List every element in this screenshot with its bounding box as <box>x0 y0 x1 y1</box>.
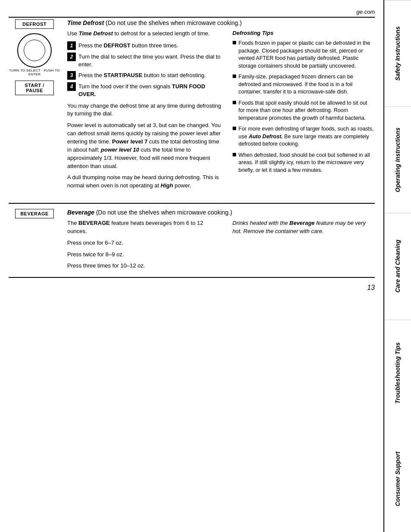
beverage-col-right: Drinks heated with the Beverage feature … <box>233 219 375 274</box>
sidebar-item-operating[interactable]: Operating Instructions <box>384 106 411 213</box>
tips-title: Defrosting Tips <box>233 30 375 36</box>
tip-1: Foods frozen in paper or plastic can be … <box>233 40 375 70</box>
defrost-two-col: Use Time Defrost to defrost for a select… <box>67 30 375 193</box>
tip-4: For more even defrosting of larger foods… <box>233 125 375 148</box>
beverage-note: Drinks heated with the Beverage feature … <box>233 219 375 236</box>
step-text-3: Press the START/PAUSE button to start de… <box>78 71 206 79</box>
dial-graphic <box>17 33 52 68</box>
tip-bullet-3 <box>233 101 236 104</box>
beverage-right-content: Beverage (Do not use the shelves when mi… <box>67 209 375 274</box>
steps-list: 1 Press the DEFROST button three times. … <box>67 41 224 99</box>
step-num-2: 2 <box>67 53 76 61</box>
step-4: 4 Turn the food over if the oven signals… <box>67 82 224 98</box>
beverage-press2: Press twice for 8–9 oz. <box>67 251 224 259</box>
tip-bullet-2 <box>233 75 236 78</box>
step-1: 1 Press the DEFROST button three times. <box>67 41 224 50</box>
defrost-col-right: Defrosting Tips Foods frozen in paper or… <box>233 30 375 193</box>
beverage-press1: Press once for 6–7 oz. <box>67 239 224 247</box>
defrost-para1: You may change the defrost time at any t… <box>67 102 224 118</box>
main-content: ge.com DEFROST TURN TO SELECT · PUSH TO … <box>0 0 384 532</box>
page-header: ge.com <box>9 9 375 18</box>
page-footer: 13 <box>9 282 375 292</box>
tip-text-3: Foods that spoil easily should not be al… <box>239 100 375 122</box>
sidebar-item-consumer[interactable]: Consumer Support <box>384 426 411 532</box>
right-sidebar: Safety Instructions Operating Instructio… <box>384 0 411 532</box>
beverage-title-bold: Beverage <box>67 209 94 216</box>
defrost-button[interactable]: DEFROST <box>15 19 54 29</box>
sidebar-label-operating: Operating Instructions <box>394 128 401 192</box>
sidebar-label-troubleshooting: Troubleshooting Tips <box>394 342 401 404</box>
sidebar-label-care: Care and Cleaning <box>394 240 401 293</box>
step-text-1: Press the DEFROST button three times. <box>78 41 178 50</box>
tip-text-4: For more even defrosting of larger foods… <box>239 125 375 148</box>
tip-bullet-1 <box>233 41 236 44</box>
beverage-intro: The BEVERAGE feature heats beverages fro… <box>67 219 224 236</box>
tip-bullet-5 <box>233 153 236 156</box>
defrost-title: Time Defrost (Do not use the shelves whe… <box>67 19 375 26</box>
dial-label: TURN TO SELECT · PUSH TO ENTER <box>9 68 60 76</box>
dial-inner <box>24 40 45 61</box>
tip-text-5: When defrosted, food should be cool but … <box>239 152 375 174</box>
tip-3: Foods that spoil easily should not be al… <box>233 100 375 122</box>
sidebar-label-consumer: Consumer Support <box>394 452 401 507</box>
left-controls: DEFROST TURN TO SELECT · PUSH TO ENTER S… <box>9 19 60 193</box>
section-divider <box>9 203 375 204</box>
defrost-para2: Power level is automatically set at 3, b… <box>67 121 224 170</box>
step-num-3: 3 <box>67 71 76 80</box>
tip-text-1: Foods frozen in paper or plastic can be … <box>239 40 375 70</box>
tip-2: Family-size, prepackaged frozen dinners … <box>233 73 375 96</box>
defrost-right-content: Time Defrost (Do not use the shelves whe… <box>67 19 375 193</box>
beverage-section: BEVERAGE Beverage (Do not use the shelve… <box>9 209 375 274</box>
step-num-1: 1 <box>67 41 76 50</box>
beverage-col-left: The BEVERAGE feature heats beverages fro… <box>67 219 224 274</box>
beverage-title: Beverage (Do not use the shelves when mi… <box>67 209 375 216</box>
beverage-two-col: The BEVERAGE feature heats beverages fro… <box>67 219 375 274</box>
step-text-2: Turn the dial to select the time you wan… <box>78 53 224 68</box>
defrost-section: DEFROST TURN TO SELECT · PUSH TO ENTER S… <box>9 19 375 198</box>
tip-5: When defrosted, food should be cool but … <box>233 152 375 174</box>
beverage-left-controls: BEVERAGE <box>9 209 60 274</box>
sidebar-item-safety[interactable]: Safety Instructions <box>384 0 411 106</box>
step-2: 2 Turn the dial to select the time you w… <box>67 53 224 68</box>
sidebar-label-safety: Safety Instructions <box>394 26 401 81</box>
tip-bullet-4 <box>233 127 236 130</box>
defrost-title-bold: Time Defrost <box>67 19 104 26</box>
defrost-intro: Use Time Defrost to defrost for a select… <box>67 30 224 38</box>
defrost-col-left: Use Time Defrost to defrost for a select… <box>67 30 224 193</box>
step-3: 3 Press the START/PAUSE button to start … <box>67 71 224 80</box>
start-pause-button[interactable]: START / PAUSE <box>15 81 54 95</box>
beverage-button[interactable]: BEVERAGE <box>15 209 54 218</box>
tip-text-2: Family-size, prepackaged frozen dinners … <box>239 73 375 96</box>
defrost-title-paren: (Do not use the shelves when microwave c… <box>106 19 242 26</box>
defrost-para3: A dull thumping noise may be heard durin… <box>67 174 224 190</box>
step-text-4: Turn the food over if the oven signals T… <box>78 82 224 98</box>
beverage-title-paren: (Do not use the shelves when microwave c… <box>96 209 232 216</box>
bottom-border <box>9 277 375 278</box>
sidebar-item-care[interactable]: Care and Cleaning <box>384 213 411 319</box>
website-logo: ge.com <box>356 9 375 15</box>
sidebar-item-troubleshooting[interactable]: Troubleshooting Tips <box>384 320 411 426</box>
step-num-4: 4 <box>67 82 76 91</box>
page-number: 13 <box>367 284 375 292</box>
beverage-press3: Press three times for 10–12 oz. <box>67 262 224 270</box>
